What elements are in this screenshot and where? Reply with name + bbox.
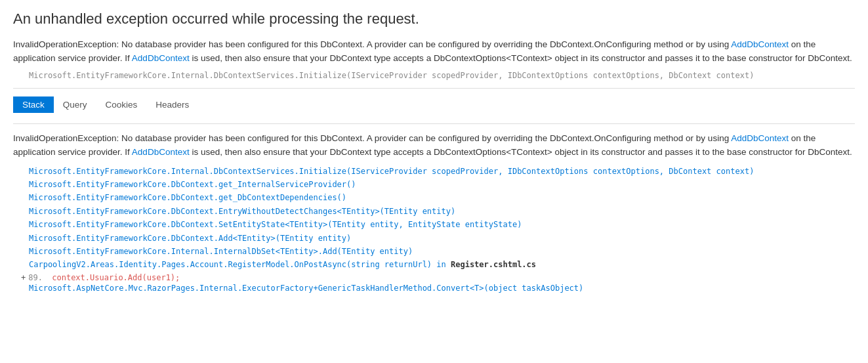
error-text-2: InvalidOperationException: No database p… <box>13 133 852 157</box>
stack-register-text: CarpoolingV2.Areas.Identity.Pages.Accoun… <box>29 260 446 269</box>
stack-list: Microsoft.EntityFrameworkCore.Internal.D… <box>29 165 855 259</box>
line-plus: + <box>21 273 26 282</box>
stack-item-0: Microsoft.EntityFrameworkCore.Internal.D… <box>29 165 855 178</box>
stack-trace-short-1: Microsoft.EntityFrameworkCore.Internal.D… <box>29 71 855 80</box>
error-summary-2: InvalidOperationException: No database p… <box>13 132 855 160</box>
error-text-1: InvalidOperationException: No database p… <box>13 39 852 63</box>
stack-item-5: Microsoft.EntityFrameworkCore.DbContext.… <box>29 232 855 245</box>
stack-item-3: Microsoft.EntityFrameworkCore.DbContext.… <box>29 205 855 218</box>
tab-cookies[interactable]: Cookies <box>96 96 147 113</box>
stack-item-2: Microsoft.EntityFrameworkCore.DbContext.… <box>29 191 855 204</box>
tab-headers[interactable]: Headers <box>146 96 198 113</box>
error-summary-1: InvalidOperationException: No database p… <box>13 38 855 66</box>
divider-1 <box>13 88 855 89</box>
stack-item-4: Microsoft.EntityFrameworkCore.DbContext.… <box>29 218 855 231</box>
divider-2 <box>13 123 855 124</box>
stack-more: Microsoft.AspNetCore.Mvc.RazorPages.Inte… <box>29 284 855 293</box>
tab-stack[interactable]: Stack <box>13 96 54 113</box>
stack-register-line: CarpoolingV2.Areas.Identity.Pages.Accoun… <box>29 258 855 271</box>
page-title: An unhandled exception occurred while pr… <box>13 11 855 28</box>
stack-item-6: Microsoft.EntityFrameworkCore.Internal.I… <box>29 245 855 258</box>
detail-section: InvalidOperationException: No database p… <box>13 132 855 293</box>
tab-query[interactable]: Query <box>54 96 96 113</box>
line-number: 89. <box>28 273 47 282</box>
highlight-line: + 89. context.Usuario.Add(user1); <box>21 273 855 282</box>
line-code: context.Usuario.Add(user1); <box>52 273 180 282</box>
tab-bar: Stack Query Cookies Headers <box>13 96 855 113</box>
stack-item-1: Microsoft.EntityFrameworkCore.DbContext.… <box>29 178 855 191</box>
stack-filename: Register.cshtml.cs <box>451 260 536 269</box>
